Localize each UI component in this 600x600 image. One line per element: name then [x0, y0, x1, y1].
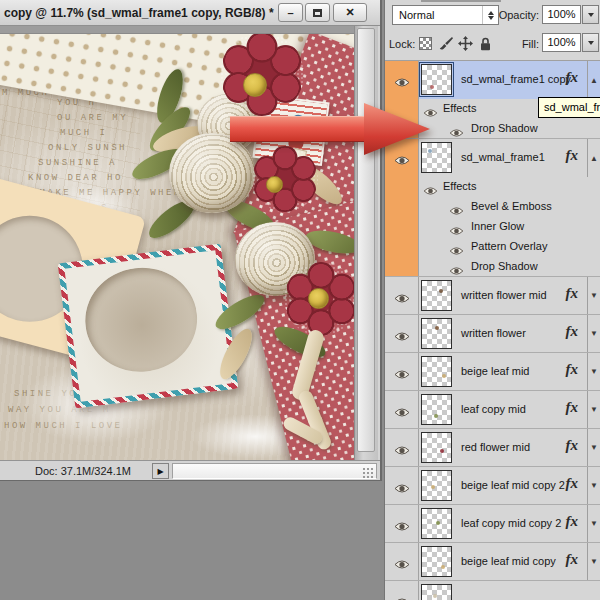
layer-row-written-flower[interactable]: written flower fx ▼ — [385, 315, 600, 353]
effects-header-row[interactable]: Effects — [385, 177, 600, 197]
scrollbar-thumb[interactable] — [357, 28, 375, 452]
expand-effects-arrow-icon[interactable]: ▼ — [587, 353, 600, 390]
layer-thumbnail[interactable] — [421, 432, 452, 463]
typewriter-text-line: SUNSHINE A — [38, 158, 117, 168]
visibility-eye-icon[interactable] — [449, 242, 464, 252]
blend-mode-value: Normal — [399, 9, 434, 21]
layer-row-beige-leaf-mid-copy[interactable]: beige leaf mid copy fx ▼ — [385, 543, 600, 581]
visibility-eye-icon[interactable] — [394, 366, 410, 377]
visibility-eye-icon[interactable] — [394, 74, 410, 85]
expand-effects-arrow-icon[interactable]: ▼ — [587, 429, 600, 466]
expand-effects-arrow-icon[interactable]: ▼ — [587, 467, 600, 504]
flower-center — [243, 73, 267, 97]
visibility-eye-icon[interactable] — [449, 124, 464, 134]
document-title-bar[interactable]: copy @ 11.7% (sd_wmal_frame1 copy, RGB/8… — [0, 0, 380, 26]
expand-effects-arrow-icon[interactable]: ▼ — [587, 391, 600, 428]
opacity-dropdown-button[interactable] — [582, 5, 599, 24]
visibility-eye-icon[interactable] — [394, 556, 410, 567]
fx-badge[interactable]: fx — [566, 438, 579, 453]
layer-row-red-flower-mid[interactable]: red flower mid fx ▼ — [385, 429, 600, 467]
typewriter-text-line: OU ARE MY — [57, 113, 128, 123]
blend-mode-select[interactable]: Normal — [392, 5, 499, 25]
resize-grip-icon[interactable] — [362, 467, 374, 478]
layer-name: leaf copy mid copy 2 — [461, 517, 561, 529]
move-icon — [458, 36, 473, 51]
visibility-eye-icon[interactable] — [394, 404, 410, 415]
layer-row-leaf-copy-mid[interactable]: leaf copy mid fx ▼ — [385, 391, 600, 429]
layer-thumbnail[interactable] — [421, 280, 452, 311]
close-button[interactable]: ✕ — [333, 3, 367, 22]
layer-row-written-flower-mid[interactable]: written flower mid fx ▼ — [385, 277, 600, 315]
maximize-button[interactable] — [305, 3, 330, 22]
layer-row-leaf-copy-mid-copy-2[interactable]: leaf copy mid copy 2 fx ▼ — [385, 505, 600, 543]
layer-thumbnail[interactable] — [421, 508, 452, 539]
typewriter-text-line: ONLY SUNSH — [48, 143, 127, 153]
layer-name: sd_wmal_frame1 copy — [461, 73, 571, 85]
collapse-effects-arrow-icon[interactable]: ▲ — [587, 61, 600, 99]
red-glitter-flower — [284, 262, 354, 336]
brush-icon — [438, 36, 453, 51]
fx-badge[interactable]: fx — [566, 70, 579, 85]
effect-row-inner-glow[interactable]: Inner Glow — [385, 217, 600, 237]
effect-row-drop-shadow[interactable]: Drop Shadow — [385, 257, 600, 277]
layer-row-beige-leaf-mid[interactable]: beige leaf mid fx ▼ — [385, 353, 600, 391]
layer-thumbnail[interactable] — [421, 64, 452, 95]
expand-effects-arrow-icon[interactable]: ▼ — [587, 543, 600, 580]
lock-all-button[interactable] — [478, 36, 493, 51]
visibility-eye-icon[interactable] — [394, 328, 410, 339]
layer-thumbnail[interactable] — [421, 394, 452, 425]
layer-name: sd_wmal_frame1 — [461, 151, 545, 163]
visibility-eye-icon[interactable] — [423, 182, 438, 192]
fx-badge[interactable]: fx — [566, 324, 579, 339]
expand-effects-arrow-icon[interactable]: ▼ — [587, 315, 600, 352]
canvas-area[interactable]: M MUCH I O YOU H OU ARE MY MUCH I ONLY S… — [0, 26, 354, 460]
effect-row-pattern-overlay[interactable]: Pattern Overlay — [385, 237, 600, 257]
visibility-eye-icon[interactable] — [394, 594, 410, 600]
lock-position-button[interactable] — [458, 36, 473, 51]
expand-effects-arrow-icon[interactable]: ▼ — [587, 505, 600, 542]
visibility-eye-icon[interactable] — [449, 222, 464, 232]
collapse-effects-arrow-icon[interactable]: ▲ — [587, 139, 600, 177]
visibility-eye-icon[interactable] — [449, 262, 464, 272]
canvas-vertical-scrollbar[interactable] — [354, 26, 378, 460]
layer-name: beige leaf mid copy — [461, 555, 556, 567]
doc-size-text: Doc: 37.1M/324.1M — [35, 465, 131, 477]
fx-badge[interactable]: fx — [566, 476, 579, 491]
airmail-frame — [58, 244, 239, 409]
layer-thumbnail[interactable] — [421, 318, 452, 349]
layer-name: beige leaf mid copy 2 — [461, 479, 565, 491]
fill-dropdown-button[interactable] — [582, 33, 599, 52]
opacity-value-input[interactable]: 100% — [542, 5, 581, 24]
visibility-eye-icon[interactable] — [394, 290, 410, 301]
lock-label: Lock: — [389, 38, 415, 50]
fx-badge[interactable]: fx — [566, 400, 579, 415]
typewriter-text-line: MUCH I — [60, 128, 107, 138]
status-popup-button[interactable]: ▶ — [152, 463, 169, 479]
checkerboard-icon — [419, 37, 432, 50]
visibility-eye-icon[interactable] — [449, 202, 464, 212]
fx-badge[interactable]: fx — [566, 552, 579, 567]
minimize-button[interactable]: – — [278, 3, 303, 22]
fx-badge[interactable]: fx — [566, 148, 579, 163]
fx-badge[interactable]: fx — [566, 286, 579, 301]
layer-thumbnail[interactable] — [421, 546, 452, 577]
fill-value-input[interactable]: 100% — [542, 33, 581, 52]
effect-row-bevel-emboss[interactable]: Bevel & Emboss — [385, 197, 600, 217]
visibility-eye-icon[interactable] — [394, 480, 410, 491]
layer-thumbnail[interactable] — [421, 584, 452, 600]
expand-effects-arrow-icon[interactable]: ▼ — [587, 277, 600, 314]
visibility-eye-icon[interactable] — [394, 442, 410, 453]
layer-row-sd-wmal-frame1-copy[interactable]: sd_wmal_frame1 copy fx ▲ — [385, 61, 600, 99]
layer-thumbnail[interactable] — [421, 356, 452, 387]
effect-name: Drop Shadow — [471, 122, 538, 134]
layer-name: red flower mid — [461, 441, 530, 453]
lock-pixels-button[interactable] — [438, 36, 453, 51]
flower-center — [308, 288, 329, 309]
visibility-eye-icon[interactable] — [394, 518, 410, 529]
fx-badge[interactable]: fx — [566, 514, 579, 529]
lock-transparency-button[interactable] — [418, 36, 433, 51]
layer-row-beige-leaf-mid-copy-2[interactable]: beige leaf mid copy 2 fx ▼ — [385, 467, 600, 505]
fx-badge[interactable]: fx — [566, 362, 579, 377]
layer-row-partial[interactable] — [385, 581, 600, 600]
layer-thumbnail[interactable] — [421, 470, 452, 501]
